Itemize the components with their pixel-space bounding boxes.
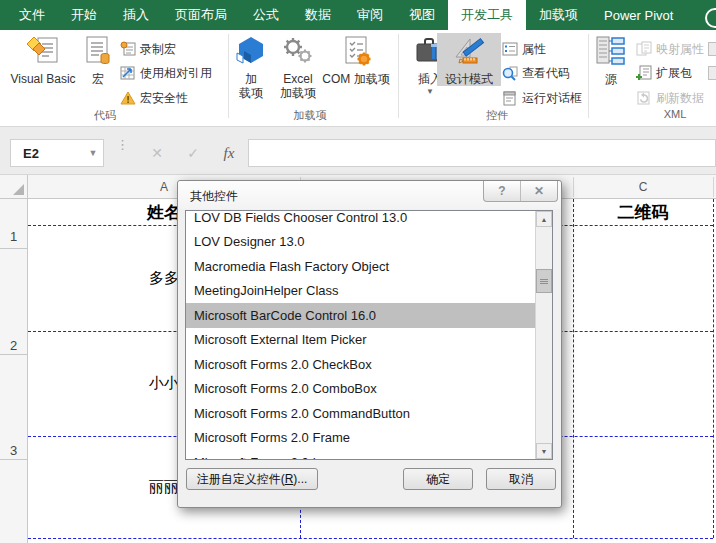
formula-bar-splitter[interactable]: ⋮ <box>116 141 126 149</box>
tab-page-layout[interactable]: 页面布局 <box>162 0 240 30</box>
excel-add-ins-label-line2: 加载项 <box>280 86 316 100</box>
map-properties-icon <box>636 41 652 57</box>
column-header-divider[interactable] <box>573 177 574 197</box>
tab-insert[interactable]: 插入 <box>110 0 162 30</box>
list-item[interactable]: LOV DB Fields Chooser Control 13.0 <box>186 210 535 230</box>
name-box[interactable]: E2 ▼ <box>10 139 104 167</box>
record-macro-label: 录制宏 <box>140 41 176 58</box>
properties-button[interactable]: 属性 <box>502 38 546 60</box>
scroll-down-icon[interactable]: ▼ <box>536 443 552 459</box>
list-item[interactable]: Microsoft External Item Picker <box>186 328 535 353</box>
dialog-title-bar[interactable]: 其他控件 ? ✕ <box>178 181 561 209</box>
cancel-button[interactable]: 取消 <box>486 468 556 490</box>
table-border <box>28 538 713 539</box>
scrollbar-thumb[interactable] <box>536 269 552 293</box>
tab-file[interactable]: 文件 <box>6 0 58 30</box>
design-mode-icon <box>452 33 486 69</box>
add-ins-icon <box>235 33 267 69</box>
dialog-caption-buttons: ? ✕ <box>483 181 558 202</box>
tab-view[interactable]: 视图 <box>396 0 448 30</box>
tab-review[interactable]: 审阅 <box>344 0 396 30</box>
list-item[interactable]: Microsoft Forms 2.0 ComboBox <box>186 377 535 402</box>
row-header-1[interactable]: 1 <box>0 229 27 244</box>
xml-group-label: XML <box>630 108 716 120</box>
controls-group-label: 控件 <box>447 108 547 123</box>
insert-dropdown-arrow: ▼ <box>426 88 434 96</box>
list-item[interactable]: LOV Designer 13.0 <box>186 230 535 255</box>
tell-me-icon[interactable] <box>705 8 716 28</box>
run-dialog-label: 运行对话框 <box>522 90 582 107</box>
relative-references-icon <box>120 65 136 81</box>
tab-formulas[interactable]: 公式 <box>240 0 292 30</box>
close-icon[interactable]: ✕ <box>520 181 557 201</box>
select-all-corner[interactable] <box>0 175 28 198</box>
table-border <box>713 199 714 538</box>
register-label-prefix: 注册自定义控件( <box>197 471 285 488</box>
tab-developer[interactable]: 开发工具 <box>448 0 526 30</box>
list-item[interactable]: Macromedia Flash Factory Object <box>186 254 535 279</box>
column-header-c[interactable]: C <box>573 175 713 198</box>
add-ins-label-line1: 加 <box>245 72 257 86</box>
list-item-selected[interactable]: Microsoft BarCode Control 16.0 <box>186 303 535 328</box>
formula-bar: E2 ▼ ⋮ ✕ ✓ fx <box>0 127 716 175</box>
xml-source-label: 源 <box>605 72 617 86</box>
cancel-formula-button[interactable]: ✕ <box>142 139 172 167</box>
group-separator <box>228 34 229 118</box>
macros-button[interactable]: 宏 <box>80 33 116 86</box>
run-dialog-button[interactable]: 运行对话框 <box>502 87 582 109</box>
column-header-divider[interactable] <box>713 177 714 197</box>
ribbon-tab-bar: 文件 开始 插入 页面布局 公式 数据 审阅 视图 开发工具 加载项 Power… <box>0 0 716 30</box>
formula-input[interactable] <box>248 139 716 167</box>
clipped-import-icon <box>708 42 716 56</box>
name-box-dropdown-icon[interactable]: ▼ <box>83 148 103 158</box>
design-mode-label: 设计模式 <box>445 72 493 86</box>
expansion-packs-icon <box>636 65 652 81</box>
expansion-packs-button[interactable]: 扩展包 <box>636 62 692 84</box>
scroll-up-icon[interactable]: ▲ <box>536 211 552 227</box>
visual-basic-icon <box>26 33 60 69</box>
com-add-ins-button[interactable]: COM 加载项 <box>318 33 394 86</box>
view-code-icon <box>502 65 518 81</box>
register-custom-controls-button[interactable]: 注册自定义控件(R)... <box>186 468 318 490</box>
list-scrollbar[interactable]: ▲ ▼ <box>535 211 552 459</box>
add-ins-button[interactable]: 加 载项 <box>230 33 272 100</box>
list-item[interactable]: Microsoft Forms 2.0 CheckBox <box>186 352 535 377</box>
cell-c1[interactable]: 二维码 <box>573 199 713 225</box>
visual-basic-button[interactable]: Visual Basic <box>6 33 80 86</box>
name-box-value: E2 <box>11 146 83 161</box>
tab-power-pivot[interactable]: Power Pivot <box>591 0 686 30</box>
add-ins-group-label: 加载项 <box>260 108 360 123</box>
xml-source-icon <box>595 33 627 69</box>
view-code-button[interactable]: 查看代码 <box>502 62 570 84</box>
xml-source-button[interactable]: 源 <box>595 33 627 86</box>
row-header-2[interactable]: 2 <box>0 338 27 353</box>
controls-listbox[interactable]: LOV DB Fields Chooser Control 13.0 LOV D… <box>185 210 553 460</box>
row-header-3[interactable]: 3 <box>0 443 27 458</box>
macro-security-button[interactable]: 宏安全性 <box>120 87 188 109</box>
list-item[interactable]: Microsoft Forms 2.0 CommandButton <box>186 401 535 426</box>
table-border <box>573 199 574 538</box>
enter-formula-button[interactable]: ✓ <box>178 139 208 167</box>
refresh-data-button[interactable]: 刷新数据 <box>636 87 704 109</box>
excel-add-ins-button[interactable]: Excel 加载项 <box>274 33 322 100</box>
design-mode-button[interactable]: 设计模式 <box>437 33 501 86</box>
ok-button[interactable]: 确定 <box>403 468 473 490</box>
list-item[interactable]: Microsoft Forms 2.0 Image <box>186 450 535 460</box>
list-item[interactable]: Microsoft Forms 2.0 Frame <box>186 426 535 451</box>
tab-addins[interactable]: 加载项 <box>526 0 591 30</box>
tab-home[interactable]: 开始 <box>58 0 110 30</box>
register-label-suffix: )... <box>293 472 307 486</box>
controls-list-items: LOV DB Fields Chooser Control 13.0 LOV D… <box>186 210 535 460</box>
use-relative-references-button[interactable]: 使用相对引用 <box>120 62 212 84</box>
help-button[interactable]: ? <box>484 181 520 201</box>
gears-icon <box>281 33 315 69</box>
record-macro-button[interactable]: 录制宏 <box>120 38 176 60</box>
row-header-divider <box>0 354 28 355</box>
list-item[interactable]: MeetingJoinHelper Class <box>186 279 535 304</box>
tab-data[interactable]: 数据 <box>292 0 344 30</box>
clipped-export-icon <box>708 66 716 80</box>
map-properties-button[interactable]: 映射属性 <box>636 38 704 60</box>
group-separator <box>398 34 399 118</box>
insert-function-button[interactable]: fx <box>214 139 244 167</box>
macros-label: 宏 <box>92 72 104 86</box>
